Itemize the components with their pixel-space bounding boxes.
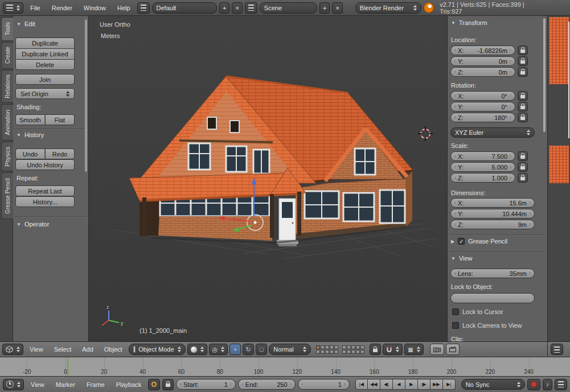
grease-pencil-panel-header[interactable]: ▶✓Grease Pencil	[451, 238, 507, 245]
rotation-y-field[interactable]: ‹Y:0°›	[450, 102, 515, 112]
layer-toggle[interactable]	[356, 350, 360, 354]
menu-tl-view[interactable]: View	[26, 379, 49, 390]
repeat-last-button[interactable]: Repeat Last	[15, 185, 75, 196]
timeline-ruler[interactable]: -20020406080100120140160180200220240	[0, 357, 570, 376]
layer-toggle[interactable]	[334, 345, 338, 349]
add-scene-button[interactable]: +	[319, 2, 330, 14]
layer-toggle[interactable]	[325, 350, 329, 354]
menu-help[interactable]: Help	[113, 2, 135, 14]
location-y-lock-button[interactable]	[518, 56, 528, 66]
manipulator-rotate-toggle[interactable]: ↻	[243, 344, 254, 355]
scale-z-field[interactable]: ‹Z:1.000›	[450, 173, 515, 183]
transform-panel-header[interactable]: ▼Transform	[451, 19, 487, 26]
view-panel-header[interactable]: ▼View	[451, 255, 473, 262]
scale-z-lock-button[interactable]	[518, 173, 528, 183]
tab-animation[interactable]: Animation	[1, 104, 13, 141]
rotation-y-lock-button[interactable]	[518, 102, 528, 112]
tab-create[interactable]: Create	[1, 42, 13, 69]
frame-start-field[interactable]: ‹Start:1›	[176, 379, 236, 390]
dimensions-y-field[interactable]: ‹Y:10.444m›	[450, 209, 535, 218]
render-opengl-anim-button[interactable]	[446, 344, 460, 355]
rotation-z-lock-button[interactable]	[518, 113, 528, 122]
menu-object[interactable]: Object	[100, 344, 127, 355]
layer-toggle[interactable]	[347, 345, 351, 349]
layer-toggle[interactable]	[330, 350, 334, 354]
rotation-x-field[interactable]: ‹X:0°›	[450, 91, 515, 101]
scale-y-lock-button[interactable]	[518, 162, 528, 172]
layer-toggle[interactable]	[347, 350, 351, 354]
redo-button[interactable]: Redo	[45, 148, 75, 159]
scene-field[interactable]: Scene	[260, 2, 317, 14]
snap-element-dropdown[interactable]: ▦	[404, 344, 423, 355]
layer-toggle[interactable]	[342, 345, 346, 349]
layer-toggle[interactable]	[330, 345, 334, 349]
next-frame-button[interactable]: |▶	[418, 379, 430, 390]
location-z-field[interactable]: ‹Z:0m›	[450, 67, 515, 77]
editor-type-button-timeline[interactable]	[3, 379, 24, 390]
location-y-field[interactable]: ‹Y:0m›	[450, 56, 515, 66]
layer-toggle[interactable]	[342, 350, 346, 354]
manipulator-translate-toggle[interactable]: +	[229, 344, 241, 355]
lock-to-scene-toggle[interactable]	[370, 344, 381, 355]
auto-keyframe-toggle[interactable]	[148, 379, 160, 390]
layer-toggle[interactable]	[321, 350, 325, 354]
operator-panel-header[interactable]: ▼Operator	[17, 221, 49, 228]
transform-orientation-dropdown[interactable]: Normal	[269, 344, 311, 355]
previous-frame-button[interactable]: ◀|	[380, 379, 393, 390]
layer-toggle[interactable]	[360, 345, 364, 349]
layer-toggle[interactable]	[351, 345, 355, 349]
layer-toggle[interactable]	[316, 350, 320, 354]
rotation-x-lock-button[interactable]	[518, 91, 528, 101]
snap-toggle-dropdown[interactable]	[383, 344, 403, 355]
scale-x-lock-button[interactable]	[518, 151, 528, 161]
lock-camera-checkbox[interactable]	[452, 322, 459, 329]
editor-type-button-strip[interactable]	[551, 344, 563, 355]
record-button[interactable]	[527, 379, 540, 390]
dimensions-z-field[interactable]: ‹Z:9m›	[450, 220, 535, 229]
image-editor-sliver[interactable]	[547, 16, 570, 341]
viewport-canvas[interactable]: z y	[89, 16, 447, 341]
manipulator-scale-toggle[interactable]: □	[256, 344, 267, 355]
tab-grease-pencil[interactable]: Grease Pencil	[1, 172, 13, 219]
location-z-lock-button[interactable]	[518, 67, 528, 77]
menu-tl-frame[interactable]: Frame	[82, 379, 109, 390]
set-origin-dropdown[interactable]: Set Origin	[15, 88, 75, 99]
viewport-shading-dropdown[interactable]	[187, 344, 207, 355]
scale-x-field[interactable]: ‹X:7.500›	[450, 151, 515, 161]
layer-toggle[interactable]	[316, 345, 320, 349]
undo-history-button[interactable]: Undo History	[15, 159, 75, 170]
play-button[interactable]: ▶	[405, 379, 418, 390]
edit-panel-header[interactable]: ▼Edit	[17, 20, 35, 27]
lock-to-cursor-checkbox[interactable]	[452, 308, 459, 315]
tab-tools[interactable]: Tools	[1, 17, 13, 41]
layer-toggle[interactable]	[325, 345, 329, 349]
jump-to-start-button[interactable]: |◀	[355, 379, 368, 390]
duplicate-button[interactable]: Duplicate	[15, 38, 75, 48]
layer-toggle[interactable]	[360, 350, 364, 354]
menu-file[interactable]: File	[26, 2, 45, 14]
dimensions-x-field[interactable]: ‹X:15.6m›	[450, 198, 535, 208]
menu-select[interactable]: Select	[50, 344, 76, 355]
shade-flat-button[interactable]: Flat	[45, 114, 75, 125]
delete-button[interactable]: Delete	[15, 59, 75, 70]
viewport-3d[interactable]: z y User Ortho Meters (1) 1_2000_main	[89, 16, 447, 341]
close-screen-layout-button[interactable]: ×	[232, 2, 242, 14]
lock-to-object-field[interactable]	[450, 293, 535, 303]
tab-relations[interactable]: Relations	[1, 70, 13, 103]
frame-end-field[interactable]: ‹End:250›	[238, 379, 296, 390]
play-reverse-button[interactable]: ◀	[393, 379, 405, 390]
undo-button[interactable]: Undo	[15, 148, 45, 159]
menu-view[interactable]: View	[25, 344, 48, 355]
shade-smooth-button[interactable]: Smooth	[15, 114, 45, 125]
current-frame-indicator[interactable]	[67, 357, 68, 376]
menu-window[interactable]: Window	[79, 2, 110, 14]
jump-to-next-keyframe-button[interactable]: ▶▶	[430, 379, 443, 390]
current-frame-field[interactable]: ‹1›	[298, 379, 350, 390]
editor-type-button-3dview[interactable]	[2, 344, 23, 355]
history-menu-button[interactable]: History...	[15, 196, 75, 207]
render-engine-dropdown[interactable]: Blender Render	[355, 2, 421, 14]
history-panel-header[interactable]: ▼History	[17, 131, 44, 138]
render-opengl-button[interactable]	[430, 344, 444, 355]
layer-toggle[interactable]	[321, 345, 325, 349]
layer-toggle[interactable]	[356, 345, 360, 349]
